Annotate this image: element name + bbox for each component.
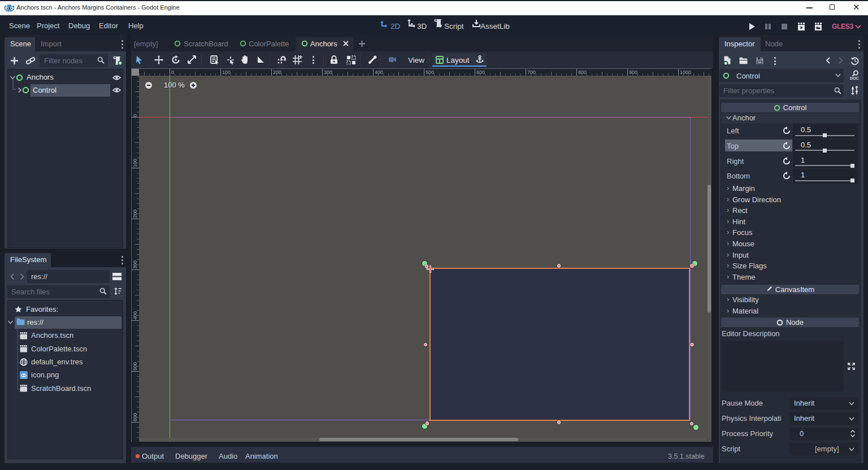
- svg-text:DOC: DOC: [850, 76, 859, 80]
